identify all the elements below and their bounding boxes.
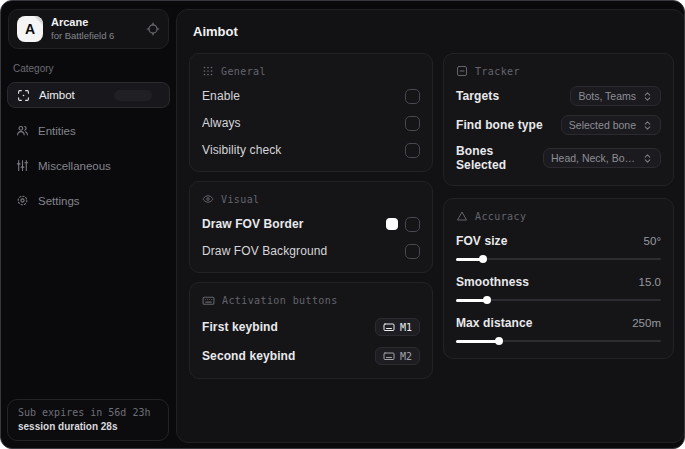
setting-row-first-keybind: First keybind M1 — [202, 318, 420, 336]
targets-dropdown[interactable]: Bots, Teams — [570, 86, 661, 106]
users-icon — [16, 124, 29, 137]
slider-thumb[interactable] — [495, 337, 503, 345]
sidebar-item-label: Entities — [38, 125, 76, 137]
setting-row-bones-selected: Bones Selected Head, Neck, Body, Pe.. — [456, 144, 661, 172]
setting-row-draw-fov-background: Draw FOV Background — [202, 243, 420, 259]
category-label: Category — [13, 63, 164, 74]
main-panel: Aimbot General Enable — [176, 9, 685, 443]
draw-fov-background-checkbox[interactable] — [405, 244, 420, 259]
slider-thumb[interactable] — [479, 255, 487, 263]
sidebar-item-aimbot[interactable]: Aimbot — [7, 82, 170, 108]
setting-label: FOV size — [456, 234, 507, 248]
always-checkbox[interactable] — [405, 116, 420, 131]
setting-label: Find bone type — [456, 118, 543, 132]
slider-value: 50° — [644, 235, 661, 247]
dropdown-value: Selected bone — [569, 119, 636, 131]
page-title: Aimbot — [193, 24, 674, 39]
triangle-icon — [456, 210, 468, 222]
sidebar-item-label: Settings — [38, 195, 80, 207]
setting-label: Targets — [456, 89, 499, 103]
chevrons-up-down-icon — [642, 153, 653, 164]
accuracy-card-header: Accuracy — [456, 210, 661, 222]
dropdown-value: Bots, Teams — [578, 90, 636, 102]
setting-row-second-keybind: Second keybind M2 — [202, 347, 420, 365]
first-keybind-button[interactable]: M1 — [375, 318, 420, 336]
setting-label: Second keybind — [202, 349, 295, 363]
sidebar-item-settings[interactable]: Settings — [7, 188, 170, 213]
setting-label: Always — [202, 116, 241, 130]
enable-checkbox[interactable] — [405, 89, 420, 104]
gear-icon — [16, 194, 29, 207]
visual-card-header: Visual — [202, 193, 420, 205]
slider-thumb[interactable] — [483, 296, 491, 304]
eye-icon — [202, 193, 214, 205]
sliders-icon — [16, 159, 29, 172]
app-window: A Arcane for Battlefield 6 Category Aimb… — [0, 0, 685, 449]
sidebar-item-miscellaneous[interactable]: Miscellaneous — [7, 153, 170, 178]
max-distance-slider-group: Max distance 250m — [456, 316, 661, 345]
slider-fill — [456, 340, 499, 343]
setting-label: Draw FOV Background — [202, 244, 327, 258]
sidebar-item-entities[interactable]: Entities — [7, 118, 170, 143]
smoothness-slider-group: Smoothness 15.0 — [456, 275, 661, 304]
sub-expires-text: Sub expires in 56d 23h — [18, 407, 158, 418]
activation-buttons-card: Activation buttons First keybind M1 — [189, 282, 433, 379]
accuracy-card: Accuracy FOV size 50° — [443, 198, 674, 359]
card-title: Activation buttons — [222, 295, 338, 306]
setting-row-find-bone-type: Find bone type Selected bone — [456, 115, 661, 135]
general-card: General Enable Always Visibility check — [189, 53, 433, 172]
fov-border-color-swatch[interactable] — [386, 218, 398, 230]
setting-label: Bones Selected — [456, 144, 543, 172]
slider-value: 250m — [632, 317, 661, 329]
setting-row-draw-fov-border: Draw FOV Border — [202, 216, 420, 232]
setting-row-always: Always — [202, 115, 420, 131]
card-title: Tracker — [475, 66, 520, 77]
session-duration-text: session duration 28s — [18, 421, 158, 432]
app-subtitle: for Battlefield 6 — [51, 30, 138, 42]
keyboard-icon — [383, 321, 395, 333]
second-keybind-button[interactable]: M2 — [375, 347, 420, 365]
brand-card: A Arcane for Battlefield 6 — [8, 9, 169, 49]
find-bone-type-dropdown[interactable]: Selected bone — [561, 115, 661, 135]
card-title: General — [221, 66, 266, 77]
fov-size-slider[interactable] — [456, 255, 661, 263]
brand-text: Arcane for Battlefield 6 — [51, 16, 138, 42]
activation-card-header: Activation buttons — [202, 294, 420, 307]
right-column: Tracker Targets Bots, Teams — [443, 53, 674, 359]
card-title: Accuracy — [475, 211, 526, 222]
grid-dots-icon — [202, 65, 214, 77]
setting-row-enable: Enable — [202, 88, 420, 104]
setting-label: Smoothness — [456, 275, 529, 289]
setting-label: Max distance — [456, 316, 533, 330]
setting-row-visibility-check: Visibility check — [202, 142, 420, 158]
setting-label: First keybind — [202, 320, 278, 334]
subscription-box: Sub expires in 56d 23h session duration … — [7, 399, 169, 441]
active-item-highlight — [114, 90, 152, 101]
target-scan-icon[interactable] — [146, 22, 160, 36]
setting-label: Enable — [202, 89, 240, 103]
app-name: Arcane — [51, 16, 138, 30]
card-title: Visual — [221, 194, 260, 205]
visibility-check-checkbox[interactable] — [405, 143, 420, 158]
sidebar-item-label: Miscellaneous — [38, 160, 111, 172]
keybind-value: M2 — [400, 351, 412, 362]
keyboard-icon — [383, 350, 395, 362]
bones-selected-dropdown[interactable]: Head, Neck, Body, Pe.. — [543, 148, 661, 168]
max-distance-slider[interactable] — [456, 337, 661, 345]
general-card-header: General — [202, 65, 420, 77]
slider-track — [456, 258, 661, 260]
left-column: General Enable Always Visibility check — [189, 53, 433, 379]
sidebar-item-label: Aimbot — [39, 89, 75, 101]
smoothness-slider[interactable] — [456, 296, 661, 304]
tracker-card: Tracker Targets Bots, Teams — [443, 53, 674, 186]
setting-label: Visibility check — [202, 143, 281, 157]
app-logo: A — [17, 16, 43, 42]
draw-fov-border-checkbox[interactable] — [405, 217, 420, 232]
slider-value: 15.0 — [639, 276, 661, 288]
chevrons-up-down-icon — [642, 91, 653, 102]
setting-label: Draw FOV Border — [202, 217, 304, 231]
fov-size-slider-group: FOV size 50° — [456, 234, 661, 263]
visual-card: Visual Draw FOV Border Draw FOV Backgrou… — [189, 181, 433, 273]
keybind-value: M1 — [400, 322, 412, 333]
chevrons-up-down-icon — [642, 120, 653, 131]
